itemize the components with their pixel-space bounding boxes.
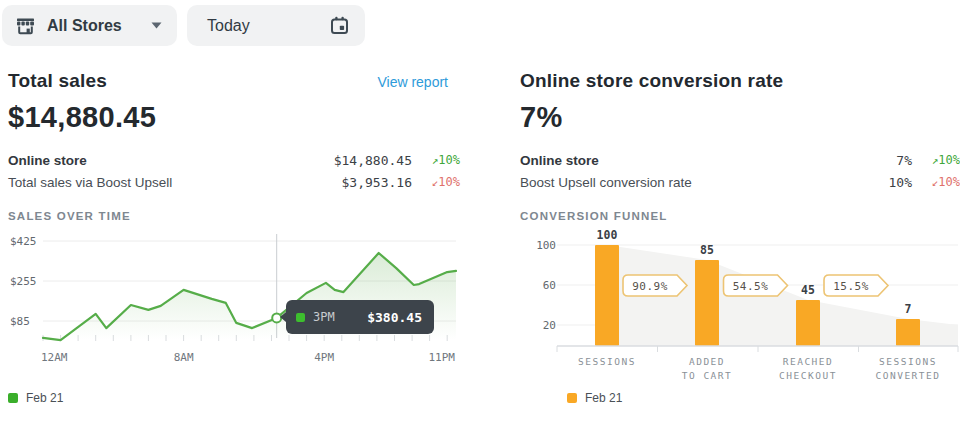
svg-text:90.9%: 90.9% [632,280,668,293]
legend-swatch-green [8,393,18,403]
legend-swatch-orange [567,393,577,403]
tooltip-time: 3PM [313,310,335,324]
trend-badge: ↙10% [412,175,460,189]
trend-badge: ↗10% [412,153,460,167]
svg-text:$425: $425 [10,235,37,248]
conversion-panel: Online store conversion rate 7% Online s… [520,70,960,405]
store-selector-button[interactable]: All Stores [2,5,177,46]
svg-text:54.5%: 54.5% [733,280,769,293]
funnel-chart: 10060201008545790.9%54.5%15.5%SESSIONSAD… [520,228,960,386]
svg-text:100: 100 [597,228,618,242]
trend-badge: ↗10% [912,153,960,167]
store-icon [15,16,36,36]
sales-panel-title: Total sales [8,70,107,92]
legend-label: Feb 21 [585,391,622,405]
trend-value: 10% [938,153,960,167]
store-selector-label: All Stores [47,17,122,35]
trend-value: 10% [438,153,460,167]
svg-text:11PM: 11PM [429,351,456,364]
funnel-legend: Feb 21 [567,391,960,405]
svg-text:8AM: 8AM [174,351,194,364]
svg-text:15.5%: 15.5% [833,280,869,293]
funnel-section-title: CONVERSION FUNNEL [520,210,960,222]
trend-value: 10% [938,175,960,189]
metric-value: $14,880.45 [292,153,412,168]
funnel-category-labels: SESSIONSADDEDTO CARTREACHEDCHECKOUTSESSI… [578,356,940,381]
metric-label: Online store [520,153,792,168]
trend-value: 10% [438,175,460,189]
metric-value: 10% [792,175,912,190]
metric-value: $3,953.16 [292,175,412,190]
conversion-panel-title: Online store conversion rate [520,70,783,92]
chevron-down-icon [151,22,162,29]
date-selector-button[interactable]: Today [187,5,365,46]
funnel-chart-svg[interactable]: 10060201008545790.9%54.5%15.5%SESSIONSAD… [520,228,960,386]
svg-text:45: 45 [801,283,815,297]
date-selector-label: Today [207,17,250,35]
metric-label: Total sales via Boost Upsell [8,175,292,190]
calendar-icon [329,15,350,36]
toolbar: All Stores Today [2,5,365,46]
sales-legend: Feb 21 [8,391,460,405]
metric-value: 7% [792,153,912,168]
tooltip-value: $380.45 [367,310,422,325]
conversion-rate-value: 7% [520,101,960,134]
svg-text:7: 7 [905,302,912,316]
svg-text:$85: $85 [10,315,30,328]
sales-x-axis-labels: 12AM8AM4PM11PM [41,351,455,364]
svg-text:SESSIONS: SESSIONS [578,356,636,367]
metric-row-boost-upsell: Total sales via Boost Upsell $3,953.16 ↙… [8,171,460,193]
view-report-link[interactable]: View report [377,74,448,90]
sales-panel: Total sales View report $14,880.45 Onlin… [8,70,460,405]
metric-label: Online store [8,153,292,168]
svg-text:60: 60 [543,279,556,292]
legend-label: Feb 21 [26,391,63,405]
funnel-axis [557,346,958,352]
svg-text:$255: $255 [10,275,37,288]
metric-label: Boost Upsell conversion rate [520,175,792,190]
metric-row-boost-upsell-rate: Boost Upsell conversion rate 10% ↙10% [520,171,960,193]
svg-text:85: 85 [700,243,714,257]
tooltip-series-swatch [296,313,305,322]
metric-row-online-store: Online store $14,880.45 ↗10% [8,149,460,171]
sales-chart: $425$255$8512AM8AM4PM11PM 3PM $380.45 [8,228,460,386]
sales-metrics: Online store $14,880.45 ↗10% Total sales… [8,149,460,193]
funnel-y-axis-labels: 1006020 [536,239,556,332]
svg-text:12AM: 12AM [41,351,68,364]
sales-y-axis-labels: $425$255$85 [10,235,37,328]
trend-badge: ↙10% [912,175,960,189]
svg-text:REACHEDCHECKOUT: REACHEDCHECKOUT [779,356,837,381]
metric-row-online-store-rate: Online store 7% ↗10% [520,149,960,171]
conversion-metrics: Online store 7% ↗10% Boost Upsell conver… [520,149,960,193]
conversion-badges: 90.9%54.5%15.5% [623,275,888,296]
svg-text:4PM: 4PM [314,351,334,364]
sales-section-title: SALES OVER TIME [8,210,460,222]
svg-text:ADDEDTO CART: ADDEDTO CART [682,356,733,381]
svg-text:100: 100 [536,239,556,252]
total-sales-value: $14,880.45 [8,101,460,134]
svg-text:20: 20 [543,319,556,332]
svg-text:SESSIONSCONVERTED: SESSIONSCONVERTED [876,356,941,381]
chart-tooltip: 3PM $380.45 [286,300,434,334]
